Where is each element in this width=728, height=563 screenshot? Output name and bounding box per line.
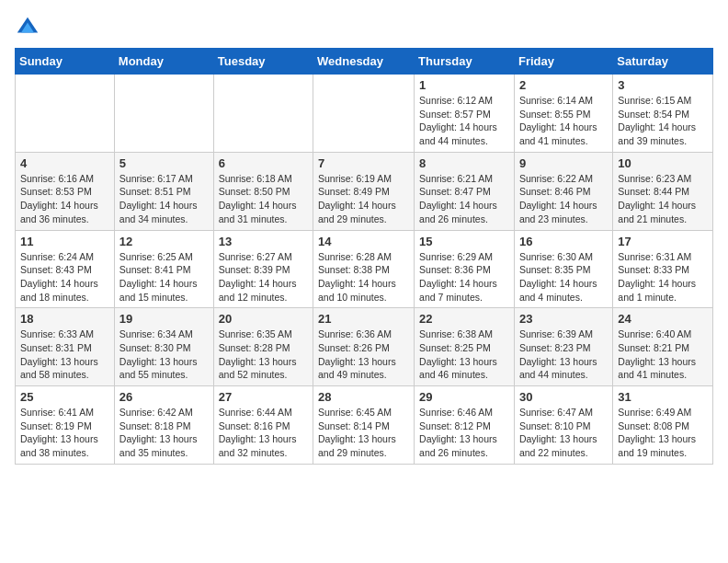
day-of-week-header: Friday <box>514 49 612 75</box>
day-number: 17 <box>618 235 708 248</box>
day-info: Sunrise: 6:19 AM Sunset: 8:49 PM Dayligh… <box>318 172 409 226</box>
day-info: Sunrise: 6:31 AM Sunset: 8:33 PM Dayligh… <box>618 250 708 304</box>
day-number: 3 <box>618 78 708 92</box>
day-number: 31 <box>618 390 708 404</box>
page-header <box>15 15 713 40</box>
day-of-week-header: Sunday <box>16 49 115 75</box>
calendar-cell: 25Sunrise: 6:41 AM Sunset: 8:19 PM Dayli… <box>16 386 115 465</box>
day-info: Sunrise: 6:39 AM Sunset: 8:23 PM Dayligh… <box>519 327 608 382</box>
day-info: Sunrise: 6:42 AM Sunset: 8:18 PM Dayligh… <box>119 406 209 460</box>
calendar-cell <box>213 75 313 153</box>
calendar-cell: 14Sunrise: 6:28 AM Sunset: 8:38 PM Dayli… <box>313 230 415 308</box>
day-info: Sunrise: 6:17 AM Sunset: 8:51 PM Dayligh… <box>119 172 209 226</box>
calendar-cell: 31Sunrise: 6:49 AM Sunset: 8:08 PM Dayli… <box>613 386 713 465</box>
day-info: Sunrise: 6:46 AM Sunset: 8:12 PM Dayligh… <box>419 406 509 460</box>
day-number: 5 <box>119 156 209 170</box>
day-info: Sunrise: 6:25 AM Sunset: 8:41 PM Dayligh… <box>119 250 209 304</box>
day-number: 9 <box>519 156 608 170</box>
calendar-cell: 29Sunrise: 6:46 AM Sunset: 8:12 PM Dayli… <box>415 386 515 465</box>
day-info: Sunrise: 6:36 AM Sunset: 8:26 PM Dayligh… <box>318 327 409 382</box>
calendar-cell: 18Sunrise: 6:33 AM Sunset: 8:31 PM Dayli… <box>16 308 115 386</box>
calendar-cell: 3Sunrise: 6:15 AM Sunset: 8:54 PM Daylig… <box>613 75 713 153</box>
day-number: 22 <box>419 312 509 326</box>
day-number: 14 <box>318 235 409 248</box>
day-number: 28 <box>318 390 409 404</box>
day-of-week-header: Wednesday <box>313 49 415 75</box>
day-number: 23 <box>519 312 608 326</box>
calendar-week-row: 1Sunrise: 6:12 AM Sunset: 8:57 PM Daylig… <box>16 75 713 153</box>
day-number: 15 <box>419 235 509 248</box>
calendar-cell: 12Sunrise: 6:25 AM Sunset: 8:41 PM Dayli… <box>114 230 213 308</box>
day-number: 7 <box>318 156 409 170</box>
day-number: 10 <box>618 156 708 170</box>
calendar-cell: 6Sunrise: 6:18 AM Sunset: 8:50 PM Daylig… <box>213 152 313 230</box>
day-of-week-header: Thursday <box>415 49 515 75</box>
day-info: Sunrise: 6:24 AM Sunset: 8:43 PM Dayligh… <box>20 250 109 304</box>
day-number: 6 <box>219 156 308 170</box>
day-info: Sunrise: 6:29 AM Sunset: 8:36 PM Dayligh… <box>419 250 509 304</box>
calendar-cell: 15Sunrise: 6:29 AM Sunset: 8:36 PM Dayli… <box>415 230 515 308</box>
day-info: Sunrise: 6:35 AM Sunset: 8:28 PM Dayligh… <box>219 327 308 382</box>
calendar-cell: 23Sunrise: 6:39 AM Sunset: 8:23 PM Dayli… <box>514 308 612 386</box>
calendar-cell <box>114 75 213 153</box>
calendar-cell: 13Sunrise: 6:27 AM Sunset: 8:39 PM Dayli… <box>213 230 313 308</box>
day-of-week-header: Monday <box>114 49 213 75</box>
day-info: Sunrise: 6:30 AM Sunset: 8:35 PM Dayligh… <box>519 250 608 304</box>
day-number: 13 <box>219 235 308 248</box>
day-number: 24 <box>618 312 708 326</box>
day-info: Sunrise: 6:22 AM Sunset: 8:46 PM Dayligh… <box>519 172 608 226</box>
logo-icon <box>15 15 40 40</box>
day-info: Sunrise: 6:27 AM Sunset: 8:39 PM Dayligh… <box>219 250 308 304</box>
calendar-week-row: 11Sunrise: 6:24 AM Sunset: 8:43 PM Dayli… <box>16 230 713 308</box>
day-info: Sunrise: 6:16 AM Sunset: 8:53 PM Dayligh… <box>20 172 109 226</box>
day-of-week-header: Saturday <box>613 49 713 75</box>
day-info: Sunrise: 6:33 AM Sunset: 8:31 PM Dayligh… <box>20 327 109 382</box>
day-number: 16 <box>519 235 608 248</box>
day-number: 20 <box>219 312 308 326</box>
calendar-cell: 26Sunrise: 6:42 AM Sunset: 8:18 PM Dayli… <box>114 386 213 465</box>
day-info: Sunrise: 6:34 AM Sunset: 8:30 PM Dayligh… <box>119 327 209 382</box>
calendar-cell: 21Sunrise: 6:36 AM Sunset: 8:26 PM Dayli… <box>313 308 415 386</box>
calendar-cell: 20Sunrise: 6:35 AM Sunset: 8:28 PM Dayli… <box>213 308 313 386</box>
day-number: 19 <box>119 312 209 326</box>
calendar-week-row: 4Sunrise: 6:16 AM Sunset: 8:53 PM Daylig… <box>16 152 713 230</box>
day-number: 25 <box>20 390 109 404</box>
calendar-cell: 10Sunrise: 6:23 AM Sunset: 8:44 PM Dayli… <box>613 152 713 230</box>
calendar-cell: 1Sunrise: 6:12 AM Sunset: 8:57 PM Daylig… <box>415 75 515 153</box>
day-info: Sunrise: 6:23 AM Sunset: 8:44 PM Dayligh… <box>618 172 708 226</box>
calendar-cell: 27Sunrise: 6:44 AM Sunset: 8:16 PM Dayli… <box>213 386 313 465</box>
day-info: Sunrise: 6:18 AM Sunset: 8:50 PM Dayligh… <box>219 172 308 226</box>
day-info: Sunrise: 6:40 AM Sunset: 8:21 PM Dayligh… <box>618 327 708 382</box>
day-number: 26 <box>119 390 209 404</box>
day-number: 2 <box>519 78 608 92</box>
day-number: 12 <box>119 235 209 248</box>
calendar-cell: 2Sunrise: 6:14 AM Sunset: 8:55 PM Daylig… <box>514 75 612 153</box>
day-info: Sunrise: 6:12 AM Sunset: 8:57 PM Dayligh… <box>419 94 509 148</box>
calendar-week-row: 25Sunrise: 6:41 AM Sunset: 8:19 PM Dayli… <box>16 386 713 465</box>
calendar-cell: 22Sunrise: 6:38 AM Sunset: 8:25 PM Dayli… <box>415 308 515 386</box>
day-info: Sunrise: 6:49 AM Sunset: 8:08 PM Dayligh… <box>618 406 708 460</box>
calendar-cell <box>313 75 415 153</box>
calendar-cell: 30Sunrise: 6:47 AM Sunset: 8:10 PM Dayli… <box>514 386 612 465</box>
calendar-header-row: SundayMondayTuesdayWednesdayThursdayFrid… <box>16 49 713 75</box>
day-number: 4 <box>20 156 109 170</box>
day-info: Sunrise: 6:44 AM Sunset: 8:16 PM Dayligh… <box>219 406 308 460</box>
day-number: 29 <box>419 390 509 404</box>
day-of-week-header: Tuesday <box>213 49 313 75</box>
day-number: 11 <box>20 235 109 248</box>
day-info: Sunrise: 6:21 AM Sunset: 8:47 PM Dayligh… <box>419 172 509 226</box>
day-info: Sunrise: 6:41 AM Sunset: 8:19 PM Dayligh… <box>20 406 109 460</box>
day-number: 30 <box>519 390 608 404</box>
day-number: 1 <box>419 78 509 92</box>
day-info: Sunrise: 6:45 AM Sunset: 8:14 PM Dayligh… <box>318 406 409 460</box>
calendar-cell: 5Sunrise: 6:17 AM Sunset: 8:51 PM Daylig… <box>114 152 213 230</box>
calendar-cell: 28Sunrise: 6:45 AM Sunset: 8:14 PM Dayli… <box>313 386 415 465</box>
calendar-cell: 17Sunrise: 6:31 AM Sunset: 8:33 PM Dayli… <box>613 230 713 308</box>
calendar-cell: 4Sunrise: 6:16 AM Sunset: 8:53 PM Daylig… <box>16 152 115 230</box>
day-info: Sunrise: 6:47 AM Sunset: 8:10 PM Dayligh… <box>519 406 608 460</box>
calendar-cell: 24Sunrise: 6:40 AM Sunset: 8:21 PM Dayli… <box>613 308 713 386</box>
calendar-cell: 16Sunrise: 6:30 AM Sunset: 8:35 PM Dayli… <box>514 230 612 308</box>
day-info: Sunrise: 6:15 AM Sunset: 8:54 PM Dayligh… <box>618 94 708 148</box>
logo <box>15 15 44 40</box>
calendar-cell: 11Sunrise: 6:24 AM Sunset: 8:43 PM Dayli… <box>16 230 115 308</box>
